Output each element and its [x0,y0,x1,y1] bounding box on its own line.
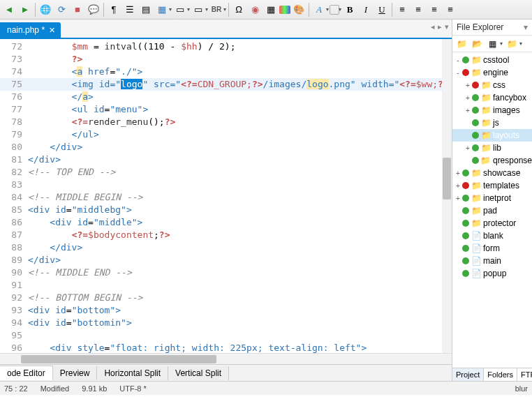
file-state: Modified [40,384,70,393]
editor-tabbar: nain.php * ✕ ◂ ▸ ▾ [0,20,452,38]
editor-mode-tabs: ode EditorPreviewHorizontal SplitVertica… [0,364,452,381]
color-icon[interactable]: ▦ [263,2,279,17]
close-icon[interactable]: ✕ [49,26,55,35]
numbered-list-icon[interactable]: ▤ [138,2,154,17]
underline-button[interactable]: U [374,2,390,17]
file-encoding: UTF-8 * [119,384,147,393]
tab-title: nain.php * [7,25,45,35]
cursor-position: 75 : 22 [4,384,28,393]
tree-folder-layouts[interactable]: 📁layouts [452,129,532,142]
pilcrow-icon[interactable]: ¶ [106,2,121,17]
file-explorer: File Explorer ▾ 📁 📂 ▦▾ 📁▾ -📁csstool-📁eng… [452,20,532,381]
align-justify-icon[interactable]: ≡ [443,2,458,17]
tree-folder-css[interactable]: +📁css [452,79,532,91]
status-bar: 75 : 22 Modified 9.91 kb UTF-8 * blur [0,381,532,395]
tree-folder-js[interactable]: 📁js [452,116,532,129]
globe-icon[interactable]: 🌐 [38,2,53,17]
tree-file-blank[interactable]: 📄blank [452,230,532,242]
tree-file-main[interactable]: 📄main [452,255,532,267]
format-icon[interactable]: 🎨 [291,2,306,17]
align-center-icon[interactable]: ≡ [411,2,426,17]
refresh-icon[interactable]: ⟳ [54,2,69,17]
explorer-tab-project[interactable]: Project [452,368,484,381]
folder-add-icon[interactable]: 📂 [471,38,483,50]
bold-button[interactable]: B [342,2,357,17]
line-gutter: 7273747576777879808182838485868788899091… [0,39,28,353]
tree-folder-protector[interactable]: 📁protector [452,217,532,230]
list-icon[interactable]: ☰ [122,2,138,17]
omega-icon[interactable]: Ω [231,2,246,17]
tree-folder-qresponse[interactable]: 📁qresponse [452,154,532,167]
table-icon[interactable]: ▦ [154,2,170,17]
vertical-scrollbar[interactable] [442,39,452,353]
tab-menu-icon[interactable]: ▾ [445,22,449,31]
layout-icon[interactable]: ▭ [172,2,188,17]
comment-icon[interactable]: 💬 [86,2,101,17]
align-right-icon[interactable]: ≡ [427,2,442,17]
tree-folder-inetprot[interactable]: +📁inetprot [452,192,532,204]
mode-tab-preview[interactable]: Preview [53,366,98,380]
mode-tab-vertical-split[interactable]: Vertical Split [168,366,229,380]
tab-prev-icon[interactable]: ◂ [431,22,435,31]
editor-pane: nain.php * ✕ ◂ ▸ ▾ 727374757677787980818… [0,20,452,381]
code-editor[interactable]: 7273747576777879808182838485868788899091… [0,38,452,353]
tree-folder-engine[interactable]: -📁engine [452,66,532,79]
mode-tab-horizontal-split[interactable]: Horizontal Split [97,366,168,380]
font-size-button[interactable] [330,5,339,15]
mode-tab-ode-editor[interactable]: ode Editor [0,366,53,380]
tree-folder-showcase[interactable]: +📁showcase [452,167,532,179]
tree-file-form[interactable]: 📄form [452,242,532,255]
folder2-icon[interactable]: 📁 [505,38,518,50]
explorer-title: File Explorer [457,22,503,32]
align-left-icon[interactable]: ≡ [394,2,410,17]
palette-icon[interactable]: ◉ [247,2,263,17]
italic-button[interactable]: I [358,2,374,17]
scroll-thumb[interactable] [443,158,451,200]
explorer-tab-ftp[interactable]: FTP [517,368,532,381]
chevron-down-icon[interactable]: ▾ [524,22,528,32]
code-content[interactable]: $mm = intval((110 - $hh) / 2); ?> <a hre… [28,39,452,353]
explorer-tab-folders[interactable]: Folders [484,368,517,381]
tree-folder-fancybox[interactable]: +📁fancybox [452,91,532,104]
explorer-header: File Explorer ▾ [452,20,532,36]
explorer-toolbar: 📁 📂 ▦▾ 📁▾ [452,36,532,52]
file-tree[interactable]: -📁csstool-📁engine+📁css+📁fancybox+📁images… [452,52,532,368]
file-tab[interactable]: nain.php * ✕ [0,22,61,38]
tree-folder-pad[interactable]: 📁pad [452,204,532,217]
view-icon[interactable]: ▦ [486,38,498,50]
hscroll-thumb[interactable] [21,355,216,363]
tree-folder-templates[interactable]: +📁templates [452,179,532,192]
dropdown-icon[interactable]: ▭ [191,2,206,17]
font-style-button[interactable]: A [311,2,327,17]
main-toolbar: ◄ ► 🌐 ⟳ ■ 💬 ¶ ☰ ▤ ▦▾ ▭▾ ▭▾ BR▾ Ω ◉ ▦ 🎨 A… [0,0,532,20]
tree-folder-lib[interactable]: +📁lib [452,142,532,154]
explorer-tabs: ProjectFoldersFTP [452,368,532,381]
back-icon[interactable]: ◄ [1,2,17,17]
forward-icon[interactable]: ► [17,2,33,17]
folder-icon[interactable]: 📁 [455,38,468,50]
tab-next-icon[interactable]: ▸ [438,22,442,31]
file-size: 9.91 kb [82,384,107,393]
stop-icon[interactable]: ■ [70,2,85,17]
status-right: blur [515,384,528,393]
br-button[interactable]: BR [209,2,224,17]
tree-file-popup[interactable]: 📄popup [452,267,532,280]
horizontal-scrollbar[interactable] [0,353,452,364]
hilite-icon[interactable] [279,6,290,14]
tree-folder-images[interactable]: +📁images [452,104,532,116]
tree-folder-csstool[interactable]: -📁csstool [452,54,532,66]
